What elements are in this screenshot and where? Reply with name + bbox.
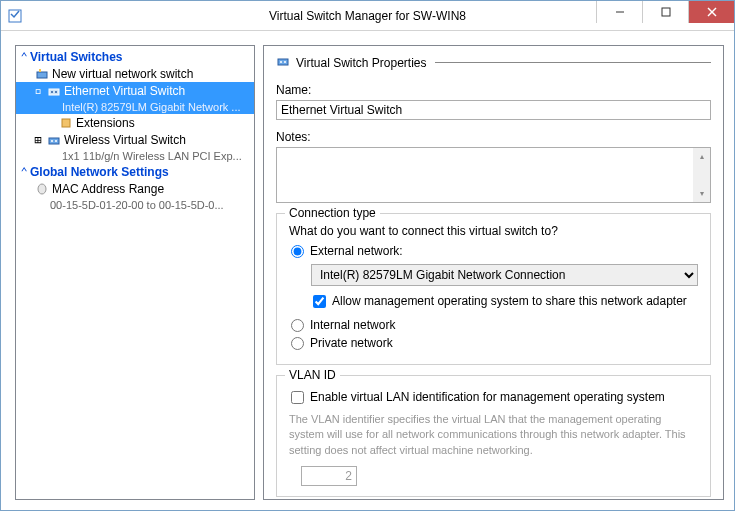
name-label: Name: xyxy=(276,83,711,97)
scroll-up-icon[interactable]: ▴ xyxy=(693,148,710,165)
vlan-id-input xyxy=(301,466,357,486)
expand-icon[interactable]: ⊞ xyxy=(32,134,44,146)
tree-panel: ⌃ Virtual Switches New virtual network s… xyxy=(15,45,255,500)
tree-label: Wireless Virtual Switch xyxy=(64,133,186,147)
external-radio[interactable] xyxy=(291,245,304,258)
tree-label: Extensions xyxy=(76,116,135,130)
tree-label: MAC Address Range xyxy=(52,182,164,196)
notes-field-wrap: ▴ ▾ xyxy=(276,147,711,203)
svg-point-17 xyxy=(284,61,286,63)
window: Virtual Switch Manager for SW-WIN8 ⌃ Vir… xyxy=(0,0,735,511)
scroll-down-icon[interactable]: ▾ xyxy=(693,185,710,202)
radio-label: Internal network xyxy=(310,318,395,332)
properties-header: Virtual Switch Properties xyxy=(276,54,711,71)
vlan-enable-checkbox[interactable] xyxy=(291,391,304,404)
svg-point-16 xyxy=(280,61,282,63)
radio-label: Private network xyxy=(310,336,393,350)
tree-item-ethernet-switch-detail[interactable]: Intel(R) 82579LM Gigabit Network ... xyxy=(16,99,254,114)
tree-sublabel: 1x1 11b/g/n Wireless LAN PCI Exp... xyxy=(62,150,242,162)
connection-type-group: Connection type What do you want to conn… xyxy=(276,213,711,365)
svg-point-8 xyxy=(51,91,53,93)
tree-item-ethernet-switch[interactable]: ▫ Ethernet Virtual Switch xyxy=(16,82,254,99)
new-switch-icon xyxy=(34,66,50,82)
app-icon xyxy=(7,8,23,24)
switch-icon xyxy=(276,54,290,71)
tree-item-extensions[interactable]: Extensions xyxy=(16,114,254,131)
svg-point-13 xyxy=(55,140,57,142)
svg-rect-15 xyxy=(278,59,288,65)
group-legend: VLAN ID xyxy=(285,368,340,382)
notes-input[interactable] xyxy=(277,148,693,202)
switch-icon xyxy=(46,132,62,148)
radio-internal[interactable]: Internal network xyxy=(289,318,698,332)
checkbox-label: Allow management operating system to sha… xyxy=(332,294,687,308)
tree-header-label: Global Network Settings xyxy=(30,165,169,179)
svg-point-12 xyxy=(51,140,53,142)
radio-label: External network: xyxy=(310,244,403,258)
radio-external[interactable]: External network: xyxy=(289,244,698,258)
allow-mgmt-row[interactable]: Allow management operating system to sha… xyxy=(311,294,698,308)
tree-item-wireless-detail: 1x1 11b/g/n Wireless LAN PCI Exp... xyxy=(16,148,254,163)
tree-header-global[interactable]: ⌃ Global Network Settings xyxy=(16,163,254,180)
vlan-help-text: The VLAN identifier specifies the virtua… xyxy=(289,412,698,458)
switch-name-input[interactable] xyxy=(276,100,711,120)
internal-radio[interactable] xyxy=(291,319,304,332)
titlebar: Virtual Switch Manager for SW-WIN8 xyxy=(1,1,734,31)
group-legend: Connection type xyxy=(285,206,380,220)
window-title: Virtual Switch Manager for SW-WIN8 xyxy=(269,9,466,23)
tree-item-mac-range[interactable]: MAC Address Range xyxy=(16,180,254,197)
collapse-icon[interactable]: ⌃ xyxy=(18,166,30,178)
adapter-select[interactable]: Intel(R) 82579LM Gigabit Network Connect… xyxy=(311,264,698,286)
private-radio[interactable] xyxy=(291,337,304,350)
radio-private[interactable]: Private network xyxy=(289,336,698,350)
maximize-button[interactable] xyxy=(642,1,688,23)
svg-rect-11 xyxy=(49,138,59,144)
tree-item-wireless-switch[interactable]: ⊞ Wireless Virtual Switch xyxy=(16,131,254,148)
svg-point-14 xyxy=(38,184,46,194)
svg-rect-5 xyxy=(37,72,47,78)
tree-header-virtual-switches[interactable]: ⌃ Virtual Switches xyxy=(16,48,254,65)
tree-item-mac-detail: 00-15-5D-01-20-00 to 00-15-5D-0... xyxy=(16,197,254,212)
checkbox-label: Enable virtual LAN identification for ma… xyxy=(310,390,665,404)
connection-prompt: What do you want to connect this virtual… xyxy=(289,224,698,238)
tree-label: Ethernet Virtual Switch xyxy=(64,84,185,98)
tree-item-new-switch[interactable]: New virtual network switch xyxy=(16,65,254,82)
svg-point-9 xyxy=(55,91,57,93)
mac-icon xyxy=(34,181,50,197)
tree-label: New virtual network switch xyxy=(52,67,193,81)
svg-rect-2 xyxy=(662,8,670,16)
tree-sublabel: Intel(R) 82579LM Gigabit Network ... xyxy=(62,101,241,113)
tree-header-label: Virtual Switches xyxy=(30,50,122,64)
notes-label: Notes: xyxy=(276,130,711,144)
collapse-icon[interactable]: ⌃ xyxy=(18,51,30,63)
svg-rect-6 xyxy=(39,69,41,72)
scrollbar[interactable]: ▴ ▾ xyxy=(693,148,710,202)
svg-rect-7 xyxy=(49,89,59,95)
extensions-icon xyxy=(58,115,74,131)
vlan-enable-row[interactable]: Enable virtual LAN identification for ma… xyxy=(289,390,698,404)
close-button[interactable] xyxy=(688,1,734,23)
allow-mgmt-checkbox[interactable] xyxy=(313,295,326,308)
minimize-button[interactable] xyxy=(596,1,642,23)
switch-icon xyxy=(46,83,62,99)
svg-rect-10 xyxy=(62,119,70,127)
collapse-icon[interactable]: ▫ xyxy=(32,85,44,97)
divider xyxy=(435,62,712,63)
tree-sublabel: 00-15-5D-01-20-00 to 00-15-5D-0... xyxy=(50,199,224,211)
properties-panel: Virtual Switch Properties Name: Notes: ▴… xyxy=(263,45,724,500)
properties-title: Virtual Switch Properties xyxy=(296,56,427,70)
vlan-group: VLAN ID Enable virtual LAN identificatio… xyxy=(276,375,711,497)
